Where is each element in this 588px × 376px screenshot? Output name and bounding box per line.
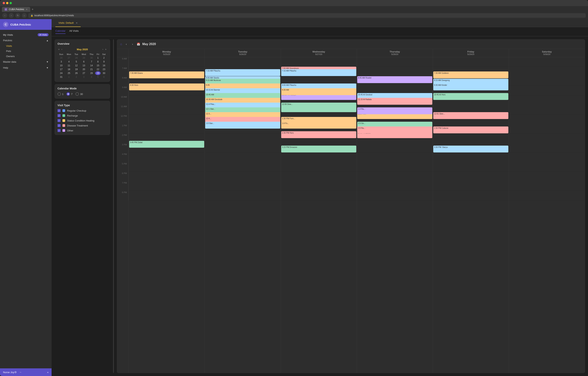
mini-cal-day[interactable]: 7 (88, 60, 95, 64)
cal-mode-1[interactable]: 1 (57, 92, 63, 96)
cal-prev-button[interactable]: ‹ (124, 42, 128, 46)
master-data-collapse-icon[interactable]: ▼ (46, 61, 49, 63)
address-bar[interactable]: 🔒 localhost:8080/petclinic/#main/12/visi… (28, 13, 586, 18)
mini-cal-day[interactable]: 3 (57, 60, 65, 64)
sidebar-item-owners[interactable]: Owners (0, 54, 52, 59)
petclinic-group-header[interactable]: Petclinic ▲ (0, 37, 52, 43)
calendar-event[interactable]: 2:0 Ra... (357, 126, 432, 133)
cal-mode-30-radio[interactable] (75, 92, 79, 96)
mini-cal-day[interactable]: 11 (65, 64, 73, 67)
mini-cal-day[interactable]: 14 (88, 64, 95, 67)
reload-button[interactable]: ↻ (15, 13, 20, 18)
close-dot[interactable] (3, 2, 5, 4)
calendar-event[interactable]: 7:30 AM Ekans (129, 72, 204, 78)
mini-cal-day[interactable]: 25 (65, 71, 73, 75)
sidebar-item-visits[interactable]: Visits (0, 43, 52, 49)
visit-type-checkbox-0[interactable]: ✓ (57, 109, 61, 112)
logout-icon[interactable]: → (19, 371, 22, 374)
page-tab-all-visits[interactable]: All Visits (69, 30, 79, 34)
my-visits-row[interactable]: My Visits 26 Visits (0, 32, 52, 37)
home-button[interactable]: ⌂ (22, 13, 27, 18)
cal-next-button[interactable]: › (130, 42, 135, 46)
new-tab-button[interactable]: + (32, 8, 33, 11)
mini-cal-day[interactable]: 5 (95, 75, 101, 79)
sidebar-collapse-icon[interactable]: « (47, 371, 49, 374)
mini-cal-day[interactable]: 12 (73, 64, 80, 67)
mini-cal-day[interactable]: 27 (80, 71, 88, 75)
mini-cal-day[interactable]: 4 (65, 60, 73, 64)
mini-cal-day[interactable]: 15 (95, 64, 101, 67)
mini-cal-day[interactable]: 30 (88, 56, 95, 60)
mini-cal-day[interactable]: 2 (101, 56, 107, 60)
calendar-event[interactable]: 1:0 Star... (205, 122, 280, 129)
mini-cal-day[interactable]: 21 (88, 67, 95, 71)
visit-type-checkbox-3[interactable]: ✓ (57, 124, 61, 127)
browser-tab-active[interactable]: C CUBA Petclinic ✕ (2, 7, 30, 12)
mini-cal-day[interactable]: 9 (101, 60, 107, 64)
mini-cal-prev-btn[interactable]: ‹ (61, 48, 63, 51)
visit-type-checkbox-1[interactable]: ✓ (57, 114, 61, 117)
help-collapse-icon[interactable]: ▼ (46, 66, 49, 69)
calendar-event[interactable]: 12:00 Dew... (281, 103, 356, 112)
cal-mode-1-radio[interactable] (57, 92, 61, 96)
mini-cal-day[interactable]: 23 (101, 67, 107, 71)
sidebar-item-pets[interactable]: Pets (0, 49, 52, 54)
panel-divider[interactable] (113, 39, 114, 373)
mini-cal-day[interactable]: 29 (80, 56, 88, 60)
calendar-event[interactable]: 7:30 AM Goldeen (433, 72, 508, 78)
calendar-event[interactable]: 9:30 AM (281, 88, 356, 95)
mini-cal-day[interactable]: 27 (65, 56, 73, 60)
mini-cal-day[interactable]: 31 (57, 75, 65, 79)
calendar-event[interactable]: 7:15 AM Pikachu (205, 69, 280, 76)
master-data-group-header[interactable]: Master data ▼ (0, 59, 52, 65)
mini-cal-next-btn[interactable]: › (102, 48, 104, 51)
mini-cal-day[interactable]: 24 (57, 71, 65, 75)
mini-cal-day[interactable]: 2 (73, 75, 80, 79)
collapse-icon[interactable]: ▲ (46, 39, 49, 42)
calendar-event[interactable]: 1:4 Ra... (357, 107, 432, 114)
mini-cal-day[interactable]: 22 (95, 67, 101, 71)
mini-cal-day[interactable]: 10 (57, 64, 65, 67)
mini-cal-day[interactable]: 8 (95, 60, 101, 64)
settings-icon[interactable]: ⚙ (14, 371, 17, 374)
mini-cal-day[interactable]: 28 (88, 71, 95, 75)
mini-cal-day[interactable]: 6 (101, 75, 107, 79)
mini-cal-day[interactable]: 28 (73, 56, 80, 60)
mini-cal-day[interactable]: 1 (95, 56, 101, 60)
calendar-event[interactable]: 10:45 Al Hors (433, 93, 508, 100)
page-tab-calendar[interactable]: Calendar (55, 30, 65, 34)
calendar-event[interactable]: 8:45 AM Rowlet (357, 76, 432, 83)
cal-mode-7[interactable]: 7 (66, 92, 73, 96)
calendar-event[interactable]: 3:15 PM Drowzee (281, 146, 356, 152)
mini-cal-day[interactable]: 20 (80, 67, 88, 71)
calendar-event[interactable]: 9:30 AM Kinder (433, 84, 508, 90)
visit-type-checkbox-2[interactable]: ✓ (57, 119, 61, 122)
mini-cal-day[interactable]: 17 (57, 67, 65, 71)
cal-mode-30[interactable]: 30 (75, 92, 83, 96)
mini-cal-day[interactable]: 6 (80, 60, 88, 64)
mini-cal-day[interactable]: 26 (57, 56, 65, 60)
cal-home-button[interactable]: ⌂ (120, 42, 122, 46)
calendar-event[interactable]: 11:15 Al Rattata (357, 98, 432, 105)
mini-cal-day[interactable]: 3 (80, 75, 88, 79)
main-tab-close[interactable]: ✕ (76, 22, 78, 24)
calendar-event[interactable]: 7:15 AM Pikachu (281, 69, 356, 76)
mini-cal-day[interactable]: 13 (80, 64, 88, 67)
visit-type-checkbox-4[interactable]: ✓ (57, 129, 61, 132)
help-group-header[interactable]: Help ▼ (0, 65, 52, 71)
calendar-event[interactable]: 3:45 PM Zubat (129, 141, 204, 148)
cal-mode-7-radio[interactable] (66, 92, 70, 96)
calendar-event[interactable]: 1:4 Fo... (281, 122, 356, 129)
mini-cal-day[interactable]: 16 (101, 64, 107, 67)
mini-cal-day[interactable]: 29 (95, 71, 101, 75)
calendar-event[interactable]: 12:01 Stee... (433, 112, 508, 119)
mini-cal-day[interactable]: 4 (88, 75, 95, 79)
back-button[interactable]: ‹ (2, 13, 7, 18)
forward-button[interactable]: › (9, 13, 14, 18)
minimize-dot[interactable] (6, 2, 8, 4)
mini-cal-day[interactable]: 1 (65, 75, 73, 79)
calendar-event[interactable]: 9:30 Hors (129, 84, 204, 90)
mini-cal-last-btn[interactable]: » (104, 48, 107, 51)
maximize-dot[interactable] (10, 2, 12, 4)
mini-cal-day[interactable]: 30 (101, 71, 107, 75)
